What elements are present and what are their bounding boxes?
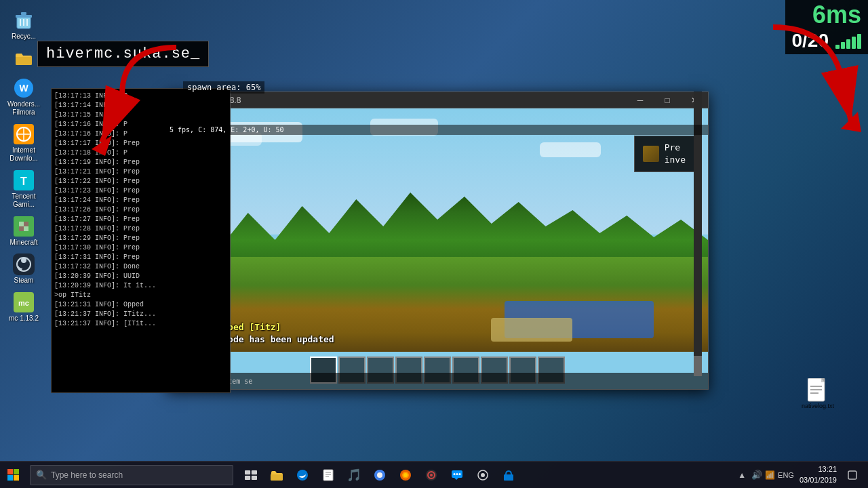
console-line-18: [13:17:32 INFO]: Done	[54, 262, 227, 272]
clock-time: 13:21	[800, 464, 837, 474]
minecraft-sand	[491, 318, 572, 342]
svg-point-53	[430, 474, 433, 476]
red-arrow-right	[732, 14, 868, 163]
console-line-23: [13:21:37 INFO]: ITitz...	[54, 310, 227, 319]
taskbar: 🔍 Type here to search	[0, 461, 868, 488]
system-tray-icons: 🔊 📶 ENG	[751, 470, 794, 480]
mcjar-icon: mc	[13, 291, 35, 313]
windows-logo-icon	[7, 469, 20, 481]
taskview-icon	[245, 470, 257, 480]
svg-marker-55	[454, 478, 458, 480]
console-line-15: [13:17:29 INFO]: Prep	[54, 234, 227, 243]
svg-rect-2	[21, 12, 26, 15]
inventory-tooltip: Pre inve	[634, 136, 694, 172]
obs-taskbar-icon[interactable]	[419, 462, 443, 489]
minecraft-icon	[13, 216, 35, 237]
firefox-taskbar-icon[interactable]	[393, 462, 418, 489]
notepad-taskbar-icon[interactable]	[316, 462, 340, 489]
steam-label: Steam	[14, 277, 34, 285]
tray-hidden-arrow[interactable]: ▲	[738, 470, 746, 480]
maximize-button[interactable]: □	[654, 92, 681, 108]
folder-icon	[13, 47, 35, 69]
chrome-icon	[374, 469, 386, 481]
store-taskbar-icon[interactable]	[496, 462, 521, 489]
svg-rect-33	[7, 469, 13, 474]
svg-rect-36	[14, 475, 19, 481]
recyclebin-icon	[13, 9, 35, 31]
minecraft-window[interactable]: Minecraft 1.8.8 ─ □ ✕ 5 fps, C: 874, E: …	[166, 92, 709, 390]
svg-rect-1	[16, 15, 32, 18]
console-line-20: [13:20:39 INFO]: It it...	[54, 281, 227, 291]
file-explorer-taskbar-icon[interactable]	[264, 462, 289, 489]
console-line-12: [13:17:26 INFO]: Prep	[54, 205, 227, 215]
notification-button[interactable]	[842, 462, 863, 489]
start-button[interactable]	[0, 462, 27, 489]
console-line-16: [13:17:30 INFO]: Prep	[54, 243, 227, 253]
internet-label: Internet Downlo...	[5, 146, 43, 163]
tray-icon-1[interactable]: 🔊	[751, 470, 762, 480]
search-placeholder-text: Type here to search	[51, 470, 123, 480]
scrollbar-thumb[interactable]	[694, 356, 702, 376]
clock-display[interactable]: 13:21 03/01/2019	[800, 464, 837, 485]
svg-rect-62	[848, 471, 856, 479]
svg-rect-42	[323, 470, 333, 481]
svg-point-58	[459, 473, 461, 475]
minecraft-label: Minecraft	[9, 239, 37, 247]
tooltip-line2: inve	[665, 154, 686, 166]
settings-icon	[477, 469, 489, 481]
settings-taskbar-icon[interactable]	[471, 462, 495, 489]
nativelog-label: nativelog.txt	[802, 403, 834, 410]
desktop-icon-steam[interactable]: Steam	[2, 251, 45, 287]
tooltip-book-icon	[643, 146, 659, 162]
tray-icon-2[interactable]: 📶	[765, 470, 775, 480]
taskbar-pinned-icons: 🎵	[239, 462, 521, 489]
console-line-22: [13:21:31 INFO]: Opped	[54, 300, 227, 310]
desktop-icon-tencent[interactable]: T Tencent Gami...	[2, 167, 45, 211]
desktop-icon-wondershare[interactable]: W Wonders... Filmora	[2, 75, 45, 119]
desktop: Recyc... W Wonders... Filmora	[0, 0, 868, 488]
console-line-13: [13:17:27 INFO]: Prep	[54, 215, 227, 224]
mcjar-label: mc 1.13.2	[9, 314, 39, 323]
nativelog-file-icon	[807, 380, 829, 401]
media-taskbar-icon[interactable]: 🎵	[342, 462, 366, 489]
svg-rect-17	[24, 226, 28, 231]
svg-point-56	[454, 473, 456, 475]
wondershare-icon: W	[13, 77, 35, 99]
svg-rect-40	[252, 476, 257, 480]
minecraft-status-bar: 19 items 1 item se	[167, 373, 708, 389]
console-line-21: >op ITitz	[54, 291, 227, 300]
wondershare-label: Wonders... Filmora	[5, 100, 43, 117]
steam-icon	[13, 253, 35, 275]
taskbar-search-bar[interactable]: 🔍 Type here to search	[30, 465, 233, 485]
desktop-icon-minecraft[interactable]: Minecraft	[2, 213, 45, 249]
clock-date: 03/01/2019	[800, 475, 837, 485]
desktop-icon-internet[interactable]: Internet Downlo...	[2, 121, 45, 165]
obs-icon	[425, 469, 437, 481]
tooltip-line1: Pre	[665, 142, 686, 154]
console-line-14: [13:17:28 INFO]: Prep	[54, 224, 227, 234]
svg-rect-38	[252, 470, 257, 474]
console-line-17: [13:17:31 INFO]: Prep	[54, 253, 227, 262]
tooltip-text: Pre inve	[665, 142, 686, 166]
chat-taskbar-icon[interactable]	[445, 462, 469, 489]
nativelog-icon[interactable]: nativelog.txt	[802, 380, 834, 410]
notification-icon	[848, 470, 857, 480]
desktop-icon-recyclebin[interactable]: Recyc...	[2, 7, 45, 43]
cloud-4	[540, 142, 601, 157]
svg-point-60	[481, 473, 485, 477]
taskview-button[interactable]	[239, 462, 263, 489]
svg-rect-37	[245, 470, 250, 474]
svg-rect-35	[7, 475, 13, 481]
edge-taskbar-icon[interactable]	[290, 462, 315, 489]
minimize-button[interactable]: ─	[627, 92, 654, 108]
console-line-9: [13:17:22 INFO]: Prep	[54, 177, 227, 186]
language-indicator[interactable]: ENG	[778, 471, 794, 479]
minecraft-game-view: 5 fps, C: 874, E: 2+0, U: 50 P	[167, 108, 708, 389]
red-arrow-left	[81, 41, 190, 176]
recyclebin-label: Recyc...	[12, 33, 36, 41]
svg-point-20	[21, 258, 26, 263]
desktop-icon-mcjar[interactable]: mc mc 1.13.2	[2, 289, 45, 325]
store-icon	[502, 469, 515, 481]
chrome-taskbar-icon[interactable]	[368, 462, 392, 489]
minecraft-titlebar: Minecraft 1.8.8 ─ □ ✕	[167, 92, 708, 108]
